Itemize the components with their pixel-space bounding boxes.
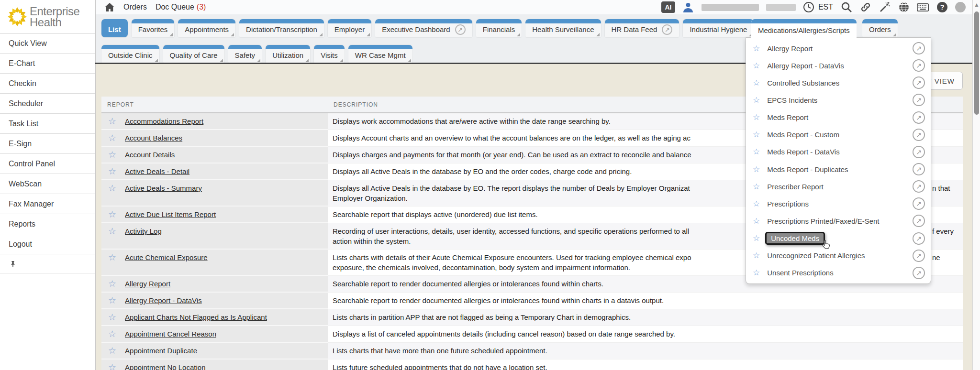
report-link[interactable]: Appointment Cancel Reason bbox=[125, 329, 216, 339]
home-icon[interactable] bbox=[104, 2, 115, 12]
menu-item[interactable]: ☆ Allergy Report ↗ bbox=[746, 40, 931, 57]
run-report-icon[interactable]: ↗ bbox=[913, 129, 925, 141]
report-link[interactable]: Activity Log bbox=[125, 226, 162, 236]
favorite-star-icon[interactable]: ☆ bbox=[108, 150, 116, 160]
tab[interactable]: HR Data Feed ↗ bbox=[605, 19, 679, 37]
report-link[interactable]: Active Deals - Summary bbox=[125, 183, 202, 193]
ai-badge[interactable]: AI bbox=[661, 1, 675, 13]
run-report-icon[interactable]: ↗ bbox=[913, 232, 925, 245]
favorite-star-icon[interactable]: ☆ bbox=[753, 130, 760, 140]
tab[interactable]: Employer bbox=[328, 19, 371, 37]
report-link[interactable]: Account Details bbox=[125, 150, 175, 160]
favorite-star-icon[interactable]: ☆ bbox=[753, 250, 760, 261]
sidebar-item[interactable]: Scheduler bbox=[0, 94, 95, 114]
sidebar-item[interactable]: Fax Manager bbox=[0, 194, 95, 214]
favorite-star-icon[interactable]: ☆ bbox=[753, 61, 760, 71]
menu-item[interactable]: ☆ Meds Report ↗ bbox=[746, 109, 931, 126]
sidebar-item[interactable]: WebScan bbox=[0, 174, 95, 194]
run-report-icon[interactable]: ↗ bbox=[913, 111, 925, 124]
menu-item[interactable]: ☆ Meds Report - Duplicates ↗ bbox=[746, 161, 931, 178]
tab[interactable]: Financials bbox=[476, 19, 522, 37]
help-icon[interactable]: ? bbox=[936, 1, 948, 13]
report-link[interactable]: Appointment Duplicate bbox=[125, 346, 197, 356]
favorite-star-icon[interactable]: ☆ bbox=[108, 166, 116, 176]
report-link[interactable]: Accommodations Report bbox=[125, 116, 203, 126]
favorite-star-icon[interactable]: ☆ bbox=[753, 233, 760, 243]
report-link[interactable]: Allergy Report bbox=[125, 279, 170, 289]
menu-item[interactable]: ☆ EPCS Incidents ↗ bbox=[746, 91, 931, 109]
favorite-star-icon[interactable]: ☆ bbox=[753, 44, 760, 54]
menu-item[interactable]: ☆ Prescriber Report ↗ bbox=[746, 178, 931, 195]
run-report-icon[interactable]: ↗ bbox=[913, 180, 925, 193]
favorite-star-icon[interactable]: ☆ bbox=[108, 133, 116, 143]
favorite-star-icon[interactable]: ☆ bbox=[753, 216, 760, 226]
tab[interactable]: Favorites bbox=[132, 19, 175, 37]
sidebar-item[interactable]: E-Sign bbox=[0, 134, 95, 154]
favorite-star-icon[interactable]: ☆ bbox=[108, 226, 116, 236]
sidebar-item[interactable]: Control Panel bbox=[0, 154, 95, 174]
report-link[interactable]: Active Deals - Detail bbox=[125, 166, 189, 176]
run-report-icon[interactable]: ↗ bbox=[913, 76, 925, 89]
tab[interactable]: Quality of Care bbox=[163, 45, 224, 63]
tab[interactable]: List bbox=[101, 19, 128, 37]
user-icon[interactable] bbox=[682, 1, 694, 13]
run-report-icon[interactable]: ↗ bbox=[913, 163, 925, 175]
run-report-icon[interactable]: ↗ bbox=[913, 146, 925, 158]
sidebar-item[interactable]: Quick View bbox=[0, 33, 95, 54]
tab[interactable]: WR Case Mgmt bbox=[348, 45, 412, 63]
run-report-icon[interactable]: ↗ bbox=[913, 197, 925, 210]
favorite-star-icon[interactable]: ☆ bbox=[753, 147, 760, 157]
tab[interactable]: Industrial Hygiene bbox=[683, 19, 754, 37]
report-link[interactable]: Acute Chemical Exposure bbox=[125, 252, 208, 262]
menu-item-label-highlighted[interactable]: Uncoded Meds bbox=[765, 232, 825, 245]
link-icon[interactable] bbox=[859, 1, 871, 13]
menu-item[interactable]: ☆ Prescriptions Printed/Faxed/E-Sent ↗ bbox=[746, 212, 931, 229]
menu-item[interactable]: ☆ Unrecognized Patient Allergies ↗ bbox=[746, 247, 931, 264]
vertical-scrollbar[interactable]: ▲ bbox=[972, 0, 980, 370]
search-icon[interactable] bbox=[840, 1, 852, 13]
report-link[interactable]: Appointment No Location bbox=[125, 362, 205, 370]
clock-icon[interactable] bbox=[803, 1, 815, 13]
scrollbar-thumb[interactable] bbox=[974, 11, 979, 115]
breadcrumb-doc-queue[interactable]: Doc Queue bbox=[156, 3, 194, 11]
menu-item[interactable]: ☆ Prescriptions ↗ bbox=[746, 195, 931, 212]
report-link[interactable]: Account Balances bbox=[125, 133, 182, 143]
sidebar-item[interactable]: Task List bbox=[0, 114, 95, 134]
favorite-star-icon[interactable]: ☆ bbox=[108, 362, 116, 370]
tab[interactable]: Health Surveillance bbox=[525, 19, 601, 37]
favorite-star-icon[interactable]: ☆ bbox=[108, 252, 116, 262]
tab[interactable]: Visits bbox=[314, 45, 345, 63]
favorite-star-icon[interactable]: ☆ bbox=[753, 78, 760, 88]
sidebar-item[interactable]: Logout bbox=[0, 234, 95, 254]
report-link[interactable]: Applicant Charts Not Flagged as Is Appli… bbox=[125, 312, 267, 322]
menu-item[interactable]: ☆ Uncoded Meds ↗ bbox=[746, 230, 931, 247]
run-report-icon[interactable]: ↗ bbox=[913, 94, 925, 106]
favorite-star-icon[interactable]: ☆ bbox=[108, 209, 116, 219]
tab[interactable]: Medications/Allergies/Scripts bbox=[751, 19, 857, 38]
favorite-star-icon[interactable]: ☆ bbox=[108, 346, 116, 356]
favorite-star-icon[interactable]: ☆ bbox=[108, 295, 116, 305]
favorite-star-icon[interactable]: ☆ bbox=[753, 268, 760, 278]
favorite-star-icon[interactable]: ☆ bbox=[753, 182, 760, 192]
tab[interactable]: Dictation/Transcription bbox=[239, 19, 324, 37]
favorite-star-icon[interactable]: ☆ bbox=[753, 112, 760, 122]
menu-item[interactable]: ☆ Unsent Prescriptions ↗ bbox=[746, 264, 931, 282]
pin-icon[interactable] bbox=[10, 260, 16, 268]
sidebar-item[interactable]: Checkin bbox=[0, 74, 95, 94]
favorite-star-icon[interactable]: ☆ bbox=[753, 199, 760, 209]
run-report-icon[interactable]: ↗ bbox=[913, 250, 925, 262]
scroll-up-arrow[interactable]: ▲ bbox=[973, 1, 980, 8]
tab[interactable]: Executive Dashboard ↗ bbox=[375, 19, 472, 37]
sidebar-item[interactable]: E-Chart bbox=[0, 54, 95, 74]
favorite-star-icon[interactable]: ☆ bbox=[753, 164, 760, 174]
globe-icon[interactable] bbox=[898, 1, 910, 13]
sidebar-item[interactable]: Reports bbox=[0, 214, 95, 234]
tab[interactable]: Safety bbox=[228, 45, 262, 63]
run-report-icon[interactable]: ↗ bbox=[913, 42, 925, 54]
favorite-star-icon[interactable]: ☆ bbox=[108, 116, 116, 126]
run-report-icon[interactable]: ↗ bbox=[913, 59, 925, 72]
tab[interactable]: Outside Clinic bbox=[101, 45, 159, 63]
favorite-star-icon[interactable]: ☆ bbox=[108, 312, 116, 322]
report-link[interactable]: Active Due List Items Report bbox=[125, 209, 216, 219]
tab[interactable]: Orders bbox=[862, 19, 898, 37]
